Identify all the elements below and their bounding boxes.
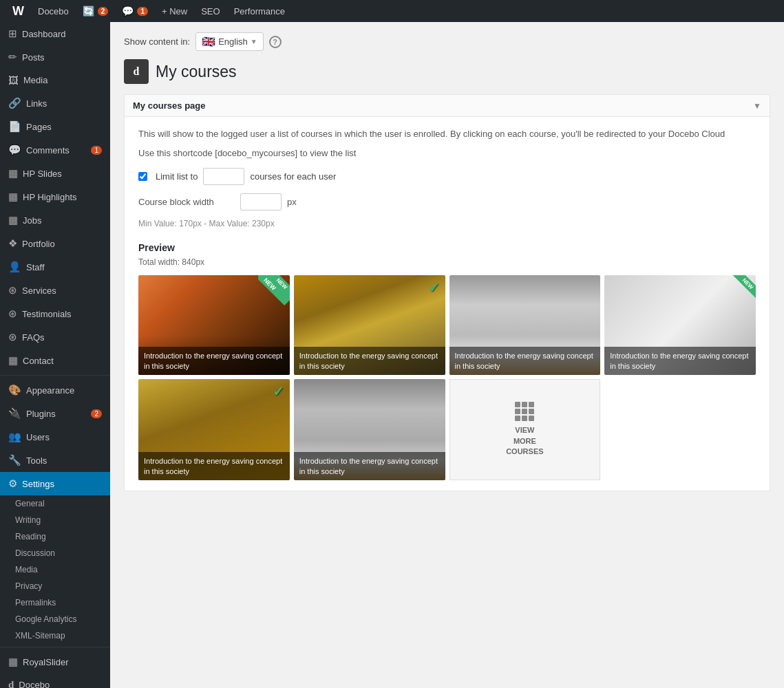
sidebar-item-users[interactable]: 👥 Users [0, 425, 110, 449]
course-card-3[interactable]: Introduction to the energy saving concep… [449, 275, 601, 375]
new-content-button[interactable]: + New [155, 0, 194, 22]
sidebar-label-faqs: FAQs [22, 332, 45, 343]
panel-toggle-icon[interactable]: ▼ [753, 101, 761, 111]
faqs-icon: ⊛ [8, 331, 17, 343]
view-more-card[interactable]: VIEW MORE COURSES [449, 379, 601, 480]
sidebar-sub-google-analytics[interactable]: Google Analytics [0, 611, 110, 627]
sidebar-item-settings[interactable]: ⚙ Settings [0, 472, 110, 495]
settings-icon: ⚙ [8, 477, 17, 490]
sidebar-sub-xml-sitemap[interactable]: XML-Sitemap [0, 627, 110, 644]
sidebar-item-faqs[interactable]: ⊛ FAQs [0, 325, 110, 349]
media-icon: 🖼 [8, 74, 19, 86]
sidebar-label-testimonials: Testimonials [22, 309, 72, 319]
sidebar-label-hp-slides: HP Slides [23, 169, 62, 179]
hp-highlights-icon: ▦ [8, 191, 18, 203]
sidebar-sub-general[interactable]: General [0, 495, 110, 512]
sidebar-sub-discussion[interactable]: Discussion [0, 545, 110, 561]
performance-label: Performance [234, 6, 285, 17]
sidebar-label-users: Users [26, 432, 50, 442]
sidebar-label-tools: Tools [26, 455, 47, 466]
users-icon: 👥 [8, 431, 21, 443]
block-width-hint: Min Value: 170px - Max Value: 230px [138, 219, 756, 228]
comments-button[interactable]: 💬 1 [115, 0, 155, 22]
sidebar-item-tools[interactable]: 🔧 Tools [0, 449, 110, 472]
site-name-button[interactable]: Docebo [31, 0, 76, 22]
course-card-1[interactable]: NEW Introduction to the energy saving co… [138, 275, 290, 375]
info-text-1: This will show to the logged user a list… [138, 127, 756, 141]
sidebar-label-links: Links [26, 98, 47, 109]
seo-button[interactable]: SEO [194, 0, 226, 22]
sidebar-item-jobs[interactable]: ▦ Jobs [0, 208, 110, 232]
sidebar-item-links[interactable]: 🔗 Links [0, 92, 110, 115]
sidebar-item-services[interactable]: ⊛ Services [0, 279, 110, 302]
sidebar-label-staff: Staff [26, 262, 45, 272]
badge-new-4: NEW [732, 275, 756, 299]
course-card-4[interactable]: NEW Introduction to the energy saving co… [604, 275, 756, 375]
sidebar-label-appearance: Appearance [26, 385, 74, 396]
view-more-text: VIEW MORE COURSES [506, 425, 543, 457]
help-icon[interactable]: ? [269, 36, 282, 48]
sidebar-item-contact[interactable]: ▦ Contact [0, 349, 110, 372]
sidebar-item-docebo[interactable]: d Docebo [0, 674, 110, 688]
sidebar-item-staff[interactable]: 👤 Staff [0, 255, 110, 279]
sidebar-label-plugins: Plugins [26, 409, 56, 419]
course-card-1-overlay: Introduction to the energy saving concep… [138, 347, 290, 375]
limit-value-input[interactable]: 6 [203, 168, 244, 185]
sidebar-label-services: Services [22, 286, 56, 296]
staff-icon: 👤 [8, 261, 21, 273]
sidebar-label-pages: Pages [26, 122, 52, 132]
sidebar-item-media[interactable]: 🖼 Media [0, 69, 110, 92]
sidebar-item-testimonials[interactable]: ⊛ Testimonials [0, 302, 110, 325]
sidebar-label-dashboard: Dashboard [22, 29, 66, 39]
course-card-3-text: Introduction to the energy saving concep… [455, 351, 595, 371]
sidebar-item-appearance[interactable]: 🎨 Appearance [0, 378, 110, 402]
sidebar-label-posts: Posts [22, 52, 45, 63]
limit-list-row: Limit list to 6 courses for each user [138, 168, 756, 185]
block-width-input[interactable]: 200 [240, 193, 282, 211]
jobs-icon: ▦ [8, 214, 18, 226]
sidebar-sub-permalinks[interactable]: Permalinks [0, 594, 110, 611]
course-card-5[interactable]: ✓ Introduction to the energy saving conc… [138, 379, 290, 480]
sidebar-item-royalslider[interactable]: ▦ RoyalSlider [0, 650, 110, 674]
panel-body: This will show to the logged user a list… [125, 117, 770, 491]
sidebar-item-portfolio[interactable]: ❖ Portfolio [0, 232, 110, 255]
show-content-label: Show content in: [124, 36, 190, 47]
sidebar-sub-media[interactable]: Media [0, 561, 110, 578]
sidebar-item-hp-highlights[interactable]: ▦ HP Highlights [0, 185, 110, 208]
links-icon: 🔗 [8, 97, 21, 109]
sidebar-sub-reading[interactable]: Reading [0, 528, 110, 545]
sidebar-sub-writing[interactable]: Writing [0, 512, 110, 528]
sidebar-sub-privacy[interactable]: Privacy [0, 578, 110, 594]
sidebar-item-plugins[interactable]: 🔌 Plugins 2 [0, 402, 110, 425]
course-card-2[interactable]: ✓ Introduction to the energy saving conc… [294, 275, 445, 375]
course-card-6-text: Introduction to the energy saving concep… [299, 456, 440, 476]
portfolio-icon: ❖ [8, 237, 17, 250]
new-label-1: NEW [266, 275, 290, 299]
language-selector[interactable]: 🇬🇧 English ▼ [195, 32, 264, 51]
block-width-label: Course block width [138, 197, 235, 207]
page-header: d My courses [124, 59, 770, 84]
limit-list-checkbox[interactable] [138, 172, 147, 181]
sidebar-item-dashboard[interactable]: ⊞ Dashboard [0, 22, 110, 45]
grid-view-icon [515, 402, 534, 421]
sidebar-item-hp-slides[interactable]: ▦ HP Slides [0, 162, 110, 185]
royalslider-icon: ▦ [8, 656, 18, 668]
block-width-unit: px [287, 197, 297, 207]
sidebar-separator1 [0, 375, 110, 376]
empty-slot [604, 379, 756, 480]
sidebar-item-posts[interactable]: ✏ Posts [0, 45, 110, 69]
course-card-6[interactable]: Introduction to the energy saving concep… [294, 379, 445, 480]
course-card-3-overlay: Introduction to the energy saving concep… [449, 347, 601, 375]
course-grid-row2: ✓ Introduction to the energy saving conc… [138, 379, 756, 480]
sidebar-item-pages[interactable]: 📄 Pages [0, 115, 110, 138]
posts-icon: ✏ [8, 51, 17, 63]
updates-button[interactable]: 🔄 2 [76, 0, 116, 22]
performance-button[interactable]: Performance [227, 0, 292, 22]
panel-header[interactable]: My courses page ▼ [125, 95, 770, 117]
services-icon: ⊛ [8, 284, 17, 297]
course-card-4-overlay: Introduction to the energy saving concep… [604, 347, 756, 375]
sidebar-item-comments[interactable]: 💬 Comments 1 [0, 138, 110, 162]
sidebar-label-royalslider: RoyalSlider [23, 657, 68, 667]
wp-logo-button[interactable]: W [6, 0, 31, 22]
language-flag: 🇬🇧 [202, 35, 215, 48]
